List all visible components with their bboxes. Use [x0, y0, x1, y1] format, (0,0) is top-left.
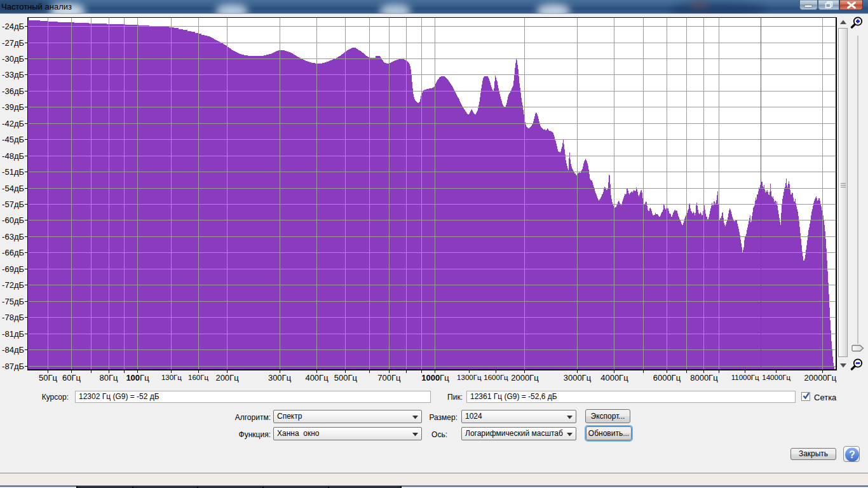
svg-text:-24дБ: -24дБ	[2, 22, 24, 31]
svg-text:-72дБ: -72дБ	[2, 280, 24, 290]
svg-text:300Гц: 300Гц	[268, 373, 292, 383]
svg-text:-60дБ: -60дБ	[2, 215, 24, 225]
svg-text:-48дБ: -48дБ	[2, 151, 24, 161]
svg-text:130Гц: 130Гц	[161, 374, 182, 381]
svg-text:50Гц: 50Гц	[39, 373, 57, 383]
svg-text:-81дБ: -81дБ	[2, 329, 24, 339]
svg-text:2000Гц: 2000Гц	[511, 373, 539, 383]
svg-text:-63дБ: -63дБ	[2, 232, 24, 241]
svg-text:-84дБ: -84дБ	[2, 345, 24, 355]
svg-text:-42дБ: -42дБ	[2, 119, 24, 128]
svg-text:160Гц: 160Гц	[188, 374, 208, 381]
svg-text:80Гц: 80Гц	[100, 373, 118, 383]
svg-text:-75дБ: -75дБ	[2, 297, 24, 306]
svg-text:?: ?	[849, 449, 855, 460]
svg-text:-57дБ: -57дБ	[2, 200, 24, 209]
svg-text:3000Гц: 3000Гц	[564, 373, 592, 383]
svg-text:200Гц: 200Гц	[215, 373, 239, 383]
svg-text:-51дБ: -51дБ	[2, 167, 24, 177]
svg-text:100Гц: 100Гц	[126, 373, 149, 383]
svg-text:-66дБ: -66дБ	[2, 248, 24, 257]
svg-text:-87дБ: -87дБ	[2, 362, 24, 371]
svg-text:400Гц: 400Гц	[305, 373, 329, 383]
svg-text:14000Гц: 14000Гц	[762, 374, 790, 381]
svg-text:1600Гц: 1600Гц	[484, 374, 508, 381]
svg-text:-39дБ: -39дБ	[2, 102, 24, 112]
svg-text:8000Гц: 8000Гц	[690, 373, 718, 383]
svg-text:-54дБ: -54дБ	[2, 184, 24, 193]
svg-text:-69дБ: -69дБ	[2, 264, 24, 274]
svg-text:-33дБ: -33дБ	[2, 70, 24, 79]
svg-text:-30дБ: -30дБ	[2, 54, 24, 64]
svg-text:1000Гц: 1000Гц	[421, 373, 449, 383]
svg-text:700Гц: 700Гц	[377, 373, 401, 383]
svg-text:-36дБ: -36дБ	[2, 86, 24, 96]
svg-text:20000Гц: 20000Гц	[804, 373, 836, 383]
svg-text:4000Гц: 4000Гц	[600, 373, 628, 383]
svg-text:-27дБ: -27дБ	[2, 38, 24, 48]
svg-text:500Гц: 500Гц	[334, 373, 358, 383]
svg-text:-45дБ: -45дБ	[2, 135, 24, 144]
svg-text:1300Гц: 1300Гц	[457, 374, 482, 381]
svg-text:11000Гц: 11000Гц	[731, 374, 759, 381]
svg-text:60Гц: 60Гц	[62, 373, 81, 383]
svg-text:6000Гц: 6000Гц	[653, 373, 681, 383]
svg-text:-78дБ: -78дБ	[2, 313, 24, 322]
